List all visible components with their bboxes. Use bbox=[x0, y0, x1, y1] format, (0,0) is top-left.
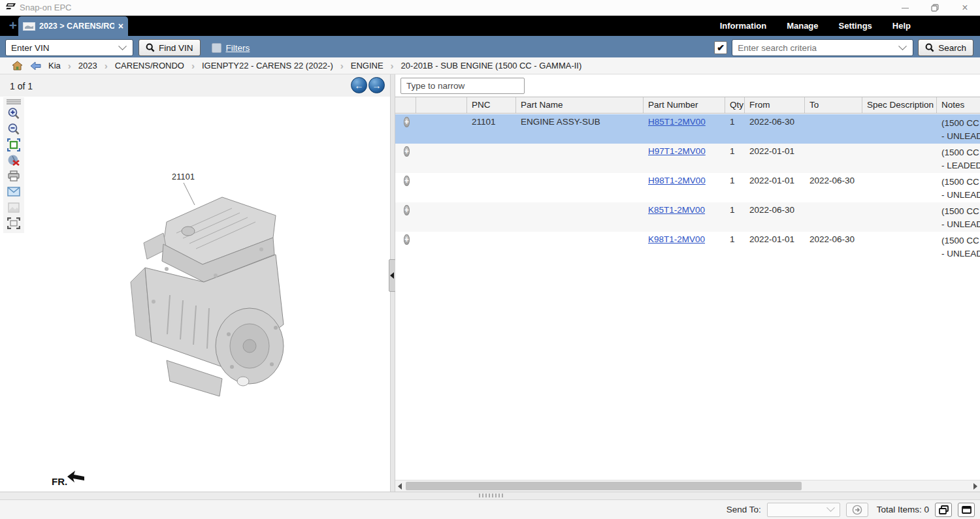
table-row[interactable]: + K98T1-2MV00 1 2022-01-01 2022-06-30 (1… bbox=[395, 232, 980, 261]
from-cell: 2022-01-01 bbox=[745, 232, 805, 261]
chevron-down-icon[interactable] bbox=[118, 42, 127, 50]
column-header-part-name[interactable]: Part Name bbox=[516, 97, 644, 113]
menu-item-information[interactable]: Information bbox=[720, 21, 767, 31]
zoom-out-button[interactable] bbox=[5, 121, 22, 136]
expand-row-icon[interactable]: + bbox=[404, 146, 410, 157]
scrollbar-thumb[interactable] bbox=[406, 482, 802, 490]
previous-page-button[interactable]: ← bbox=[351, 77, 367, 93]
breadcrumb-item-make[interactable]: Kia bbox=[48, 61, 61, 71]
tab-thumbnail-icon bbox=[23, 22, 35, 31]
table-row[interactable]: + K85T1-2MV00 1 2022-06-30 (1500 CC - UN… bbox=[395, 202, 980, 232]
narrow-filter-input[interactable] bbox=[401, 81, 524, 91]
filters-checkbox[interactable] bbox=[212, 43, 221, 53]
part-number-link[interactable]: H98T1-2MV00 bbox=[648, 176, 706, 185]
column-header-notes[interactable]: Notes bbox=[937, 97, 980, 113]
table-row[interactable]: + H98T1-2MV00 1 2022-01-01 2022-06-30 (1… bbox=[395, 173, 980, 202]
pnc-cell: 21101 bbox=[467, 114, 516, 144]
search-criteria-combobox[interactable] bbox=[732, 39, 913, 56]
splitter-collapse-handle[interactable] bbox=[389, 259, 396, 292]
column-header-blank[interactable] bbox=[416, 97, 467, 113]
column-header-to[interactable]: To bbox=[805, 97, 862, 113]
print-button[interactable] bbox=[5, 168, 22, 183]
front-direction-arrow-icon bbox=[67, 471, 85, 483]
breadcrumb-item-section[interactable]: 20-201B - SUB ENGINE (1500 CC - GAMMA-II… bbox=[401, 61, 582, 71]
notes-line-1: (1500 CC bbox=[941, 146, 980, 159]
column-header-spec-description[interactable]: Spec Description bbox=[862, 97, 937, 113]
to-cell bbox=[805, 144, 862, 173]
menu-item-manage[interactable]: Manage bbox=[787, 21, 818, 31]
menu-item-settings[interactable]: Settings bbox=[839, 21, 872, 31]
column-header-expander[interactable] bbox=[395, 97, 416, 113]
filters-label[interactable]: Filters bbox=[226, 43, 250, 53]
status-bar: Send To: Total Items: 0 bbox=[0, 499, 980, 519]
horizontal-scrollbar[interactable] bbox=[395, 480, 980, 492]
email-button[interactable] bbox=[5, 184, 22, 199]
send-button[interactable] bbox=[846, 503, 868, 517]
fit-to-window-button[interactable] bbox=[5, 137, 22, 152]
vin-input[interactable] bbox=[6, 40, 120, 55]
find-vin-button[interactable]: Find VIN bbox=[139, 39, 201, 56]
snap-on-logo-icon bbox=[5, 3, 16, 14]
chevron-right-icon: › bbox=[191, 60, 195, 71]
next-page-button[interactable]: → bbox=[368, 77, 385, 93]
collapse-left-icon bbox=[390, 272, 394, 279]
scroll-right-icon[interactable] bbox=[973, 483, 977, 490]
notes-line-2: - UNLEAD bbox=[941, 130, 980, 143]
part-number-link[interactable]: H85T1-2MV00 bbox=[648, 117, 706, 127]
part-number-link[interactable]: H97T1-2MV00 bbox=[648, 146, 706, 156]
table-row[interactable]: + 21101 ENGINE ASSY-SUB H85T1-2MV00 1 20… bbox=[395, 114, 980, 144]
expand-row-icon[interactable]: + bbox=[404, 117, 410, 127]
narrow-filter-box[interactable] bbox=[400, 78, 525, 94]
part-number-link[interactable]: K98T1-2MV00 bbox=[648, 234, 705, 244]
send-to-dropdown[interactable] bbox=[767, 503, 840, 517]
table-row[interactable]: + H97T1-2MV00 1 2022-01-01 (1500 CC - LE… bbox=[395, 144, 980, 173]
search-button[interactable]: Search bbox=[918, 39, 973, 56]
vin-combobox[interactable] bbox=[5, 39, 133, 56]
column-header-from[interactable]: From bbox=[745, 97, 805, 113]
breadcrumb-item-year[interactable]: 2023 bbox=[78, 61, 97, 71]
chevron-down-icon[interactable] bbox=[898, 42, 907, 50]
notes-cell: (1500 CC - UNLEAD bbox=[937, 114, 980, 144]
search-scope-checkbox[interactable]: ✔ bbox=[714, 41, 727, 54]
parts-table-header: PNC Part Name Part Number Qty From To Sp… bbox=[395, 97, 980, 114]
back-arrow-icon[interactable] bbox=[30, 61, 41, 71]
spec-cell bbox=[862, 202, 937, 232]
engine-illustration bbox=[105, 171, 307, 406]
frame-select-button[interactable] bbox=[5, 215, 22, 230]
close-button[interactable]: × bbox=[950, 0, 980, 16]
restore-button[interactable] bbox=[920, 0, 950, 16]
column-header-qty[interactable]: Qty bbox=[725, 97, 745, 113]
breadcrumb-item-group[interactable]: ENGINE bbox=[351, 61, 384, 71]
part-name-cell bbox=[516, 202, 644, 232]
part-number-link[interactable]: K85T1-2MV00 bbox=[648, 205, 705, 215]
breadcrumb-item-catalog[interactable]: IGENPTY22 - CARENS 22 (2022-) bbox=[202, 61, 333, 71]
zoom-in-button[interactable] bbox=[5, 106, 22, 121]
expand-row-icon[interactable]: + bbox=[404, 205, 410, 215]
scroll-left-icon[interactable] bbox=[398, 483, 402, 490]
breadcrumb-item-model[interactable]: CARENS/RONDO bbox=[115, 61, 184, 71]
menu-item-help[interactable]: Help bbox=[892, 21, 911, 31]
total-items-label: Total Items: 0 bbox=[877, 505, 929, 514]
chevron-right-icon: › bbox=[105, 60, 108, 71]
tab-close-icon[interactable]: × bbox=[118, 22, 123, 31]
clear-selection-button[interactable] bbox=[5, 153, 22, 168]
window-title: Snap-on EPC bbox=[20, 3, 72, 12]
expand-row-icon[interactable]: + bbox=[404, 176, 410, 186]
column-header-pnc[interactable]: PNC bbox=[467, 97, 516, 113]
search-criteria-input[interactable] bbox=[732, 40, 900, 55]
toolbar-grip-icon[interactable] bbox=[7, 99, 21, 105]
splitter-grip-icon[interactable] bbox=[479, 494, 504, 497]
home-icon[interactable] bbox=[12, 61, 23, 71]
cascade-windows-button[interactable] bbox=[935, 503, 952, 517]
maximize-pane-button[interactable] bbox=[958, 503, 975, 517]
part-name-cell bbox=[516, 144, 644, 173]
part-callout[interactable]: 21101 bbox=[172, 172, 195, 181]
minimize-button[interactable] bbox=[890, 0, 920, 16]
from-cell: 2022-06-30 bbox=[745, 202, 805, 232]
image-icon bbox=[8, 202, 20, 213]
column-header-part-number[interactable]: Part Number bbox=[644, 97, 725, 113]
tab-active[interactable]: 2023 > CARENS/ROND... × bbox=[18, 16, 128, 36]
spec-cell bbox=[862, 114, 937, 144]
orientation-label: FR. bbox=[52, 476, 67, 487]
expand-row-icon[interactable]: + bbox=[404, 234, 410, 245]
